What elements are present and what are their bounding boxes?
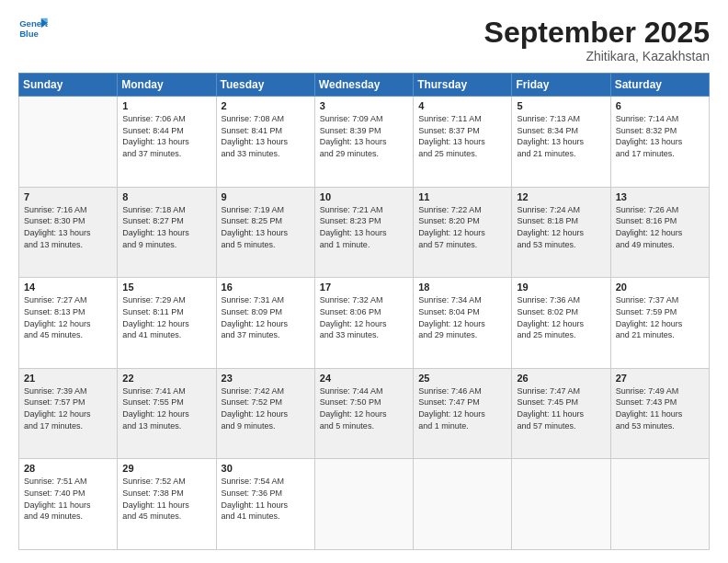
day-info: Sunrise: 7:24 AM Sunset: 8:18 PM Dayligh… [517, 204, 605, 250]
day-number: 14 [24, 282, 112, 293]
table-row: 29Sunrise: 7:52 AM Sunset: 7:38 PM Dayli… [118, 459, 216, 550]
day-number: 9 [222, 191, 310, 202]
day-info: Sunrise: 7:42 AM Sunset: 7:52 PM Dayligh… [222, 385, 310, 431]
table-row: 19Sunrise: 7:36 AM Sunset: 8:02 PM Dayli… [512, 278, 610, 369]
day-number: 26 [517, 373, 605, 384]
day-info: Sunrise: 7:29 AM Sunset: 8:11 PM Dayligh… [122, 294, 210, 340]
calendar-table: Sunday Monday Tuesday Wednesday Thursday… [18, 73, 710, 550]
month-title: September 2025 [484, 17, 710, 49]
day-info: Sunrise: 7:52 AM Sunset: 7:38 PM Dayligh… [122, 476, 210, 522]
calendar-week-1: 1Sunrise: 7:06 AM Sunset: 8:44 PM Daylig… [19, 97, 710, 188]
day-info: Sunrise: 7:19 AM Sunset: 8:25 PM Dayligh… [222, 204, 310, 250]
table-row [19, 97, 118, 188]
calendar-week-3: 14Sunrise: 7:27 AM Sunset: 8:13 PM Dayli… [19, 278, 710, 369]
day-info: Sunrise: 7:41 AM Sunset: 7:55 PM Dayligh… [122, 385, 210, 431]
header-friday: Friday [512, 74, 610, 97]
table-row [414, 459, 512, 550]
header-thursday: Thursday [414, 74, 512, 97]
day-number: 12 [517, 191, 605, 202]
day-number: 2 [222, 100, 310, 111]
calendar-week-2: 7Sunrise: 7:16 AM Sunset: 8:30 PM Daylig… [19, 187, 710, 278]
day-info: Sunrise: 7:46 AM Sunset: 7:47 PM Dayligh… [418, 385, 506, 431]
table-row: 25Sunrise: 7:46 AM Sunset: 7:47 PM Dayli… [414, 368, 512, 459]
day-info: Sunrise: 7:14 AM Sunset: 8:32 PM Dayligh… [616, 113, 704, 159]
title-section: September 2025 Zhitikara, Kazakhstan [484, 17, 710, 63]
day-info: Sunrise: 7:37 AM Sunset: 7:59 PM Dayligh… [616, 294, 704, 340]
table-row: 21Sunrise: 7:39 AM Sunset: 7:57 PM Dayli… [19, 368, 118, 459]
day-info: Sunrise: 7:16 AM Sunset: 8:30 PM Dayligh… [24, 204, 112, 250]
location-subtitle: Zhitikara, Kazakhstan [484, 49, 710, 63]
day-info: Sunrise: 7:08 AM Sunset: 8:41 PM Dayligh… [222, 113, 310, 159]
day-number: 13 [616, 191, 704, 202]
calendar-header-row: Sunday Monday Tuesday Wednesday Thursday… [19, 74, 710, 97]
table-row: 8Sunrise: 7:18 AM Sunset: 8:27 PM Daylig… [118, 187, 216, 278]
day-number: 27 [616, 373, 704, 384]
day-number: 24 [320, 373, 408, 384]
day-info: Sunrise: 7:21 AM Sunset: 8:23 PM Dayligh… [320, 204, 408, 250]
table-row: 10Sunrise: 7:21 AM Sunset: 8:23 PM Dayli… [314, 187, 413, 278]
table-row: 12Sunrise: 7:24 AM Sunset: 8:18 PM Dayli… [512, 187, 610, 278]
day-number: 18 [418, 282, 506, 293]
table-row: 7Sunrise: 7:16 AM Sunset: 8:30 PM Daylig… [19, 187, 118, 278]
day-number: 22 [122, 373, 210, 384]
table-row: 18Sunrise: 7:34 AM Sunset: 8:04 PM Dayli… [414, 278, 512, 369]
day-number: 4 [418, 100, 506, 111]
day-number: 23 [222, 373, 310, 384]
day-info: Sunrise: 7:36 AM Sunset: 8:02 PM Dayligh… [517, 294, 605, 340]
table-row: 4Sunrise: 7:11 AM Sunset: 8:37 PM Daylig… [414, 97, 512, 188]
table-row: 30Sunrise: 7:54 AM Sunset: 7:36 PM Dayli… [216, 459, 314, 550]
day-info: Sunrise: 7:18 AM Sunset: 8:27 PM Dayligh… [122, 204, 210, 250]
day-number: 16 [222, 282, 310, 293]
day-number: 8 [122, 191, 210, 202]
table-row: 26Sunrise: 7:47 AM Sunset: 7:45 PM Dayli… [512, 368, 610, 459]
table-row: 2Sunrise: 7:08 AM Sunset: 8:41 PM Daylig… [216, 97, 314, 188]
day-number: 25 [418, 373, 506, 384]
day-info: Sunrise: 7:13 AM Sunset: 8:34 PM Dayligh… [517, 113, 605, 159]
day-info: Sunrise: 7:49 AM Sunset: 7:43 PM Dayligh… [616, 385, 704, 431]
day-info: Sunrise: 7:06 AM Sunset: 8:44 PM Dayligh… [122, 113, 210, 159]
day-info: Sunrise: 7:51 AM Sunset: 7:40 PM Dayligh… [24, 476, 112, 522]
day-number: 29 [122, 463, 210, 474]
table-row: 1Sunrise: 7:06 AM Sunset: 8:44 PM Daylig… [118, 97, 216, 188]
day-info: Sunrise: 7:22 AM Sunset: 8:20 PM Dayligh… [418, 204, 506, 250]
table-row: 28Sunrise: 7:51 AM Sunset: 7:40 PM Dayli… [19, 459, 118, 550]
table-row: 17Sunrise: 7:32 AM Sunset: 8:06 PM Dayli… [314, 278, 413, 369]
logo-icon: General Blue [18, 17, 48, 42]
day-number: 19 [517, 282, 605, 293]
table-row: 11Sunrise: 7:22 AM Sunset: 8:20 PM Dayli… [414, 187, 512, 278]
header-saturday: Saturday [610, 74, 709, 97]
day-number: 6 [616, 100, 704, 111]
day-info: Sunrise: 7:09 AM Sunset: 8:39 PM Dayligh… [320, 113, 408, 159]
table-row: 22Sunrise: 7:41 AM Sunset: 7:55 PM Dayli… [118, 368, 216, 459]
day-info: Sunrise: 7:47 AM Sunset: 7:45 PM Dayligh… [517, 385, 605, 431]
day-info: Sunrise: 7:27 AM Sunset: 8:13 PM Dayligh… [24, 294, 112, 340]
table-row: 16Sunrise: 7:31 AM Sunset: 8:09 PM Dayli… [216, 278, 314, 369]
day-info: Sunrise: 7:44 AM Sunset: 7:50 PM Dayligh… [320, 385, 408, 431]
day-number: 20 [616, 282, 704, 293]
day-info: Sunrise: 7:11 AM Sunset: 8:37 PM Dayligh… [418, 113, 506, 159]
table-row: 24Sunrise: 7:44 AM Sunset: 7:50 PM Dayli… [314, 368, 413, 459]
day-number: 11 [418, 191, 506, 202]
page-header: General Blue September 2025 Zhitikara, K… [18, 17, 710, 63]
day-number: 7 [24, 191, 112, 202]
header-sunday: Sunday [19, 74, 118, 97]
table-row: 13Sunrise: 7:26 AM Sunset: 8:16 PM Dayli… [610, 187, 709, 278]
day-info: Sunrise: 7:54 AM Sunset: 7:36 PM Dayligh… [222, 476, 310, 522]
day-number: 30 [222, 463, 310, 474]
table-row: 6Sunrise: 7:14 AM Sunset: 8:32 PM Daylig… [610, 97, 709, 188]
table-row [610, 459, 709, 550]
day-number: 5 [517, 100, 605, 111]
table-row: 27Sunrise: 7:49 AM Sunset: 7:43 PM Dayli… [610, 368, 709, 459]
day-number: 10 [320, 191, 408, 202]
table-row: 23Sunrise: 7:42 AM Sunset: 7:52 PM Dayli… [216, 368, 314, 459]
table-row: 9Sunrise: 7:19 AM Sunset: 8:25 PM Daylig… [216, 187, 314, 278]
logo: General Blue [18, 17, 48, 42]
table-row: 3Sunrise: 7:09 AM Sunset: 8:39 PM Daylig… [314, 97, 413, 188]
svg-text:Blue: Blue [19, 29, 39, 39]
day-number: 15 [122, 282, 210, 293]
calendar-week-4: 21Sunrise: 7:39 AM Sunset: 7:57 PM Dayli… [19, 368, 710, 459]
header-wednesday: Wednesday [314, 74, 413, 97]
table-row: 14Sunrise: 7:27 AM Sunset: 8:13 PM Dayli… [19, 278, 118, 369]
table-row [512, 459, 610, 550]
day-number: 17 [320, 282, 408, 293]
